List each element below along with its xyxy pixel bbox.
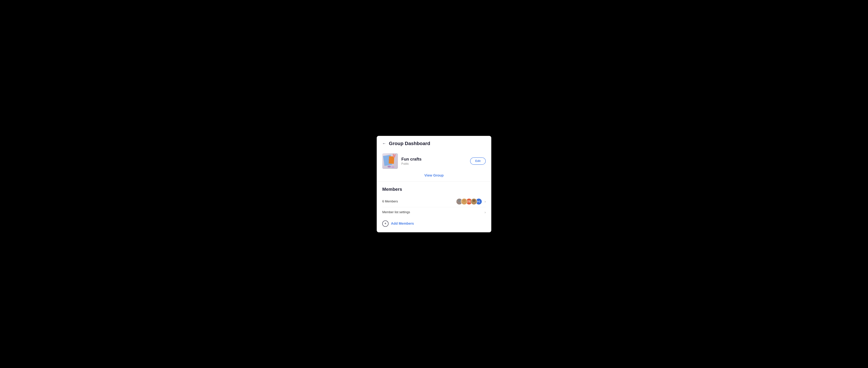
group-info-section: Fun crafts Public Edit (377, 150, 491, 171)
avatar-4 (471, 198, 477, 205)
member-settings-row[interactable]: Member list settings › (382, 207, 486, 217)
view-group-link[interactable]: View Group (425, 173, 444, 177)
craft-macaroon-2 (391, 166, 395, 168)
group-image (382, 153, 398, 169)
add-members-icon: + (382, 221, 389, 227)
member-settings-chevron-icon: › (485, 210, 486, 214)
add-members-label: Add Members (391, 222, 414, 226)
members-count-label: 6 Members (382, 200, 398, 203)
members-count-row[interactable]: 6 Members S +1 › (382, 196, 486, 207)
group-details: Fun crafts Public (398, 157, 470, 165)
members-section: Members 6 Members S +1 › Member li (377, 182, 491, 232)
avatar-stack: S +1 (456, 198, 482, 205)
group-dashboard-panel: ← Group Dashboard Fun crafts Public Edit (377, 136, 491, 232)
group-privacy: Public (401, 162, 470, 165)
page-wrapper: ← Group Dashboard Fun crafts Public Edit (0, 0, 868, 368)
craft-background (382, 153, 398, 169)
edit-button[interactable]: Edit (470, 158, 486, 165)
back-button[interactable]: ← (382, 141, 386, 146)
group-name: Fun crafts (401, 157, 470, 162)
header: ← Group Dashboard (377, 136, 491, 150)
view-group-section: View Group (377, 171, 491, 182)
page-title: Group Dashboard (389, 141, 430, 146)
craft-macaroon-1 (388, 166, 391, 168)
avatar-2 (461, 198, 467, 205)
members-heading: Members (382, 187, 486, 192)
add-members-row[interactable]: + Add Members (382, 217, 486, 227)
members-right: S +1 › (456, 198, 486, 205)
chevron-right-icon: › (485, 199, 486, 203)
member-settings-label: Member list settings (382, 210, 410, 214)
